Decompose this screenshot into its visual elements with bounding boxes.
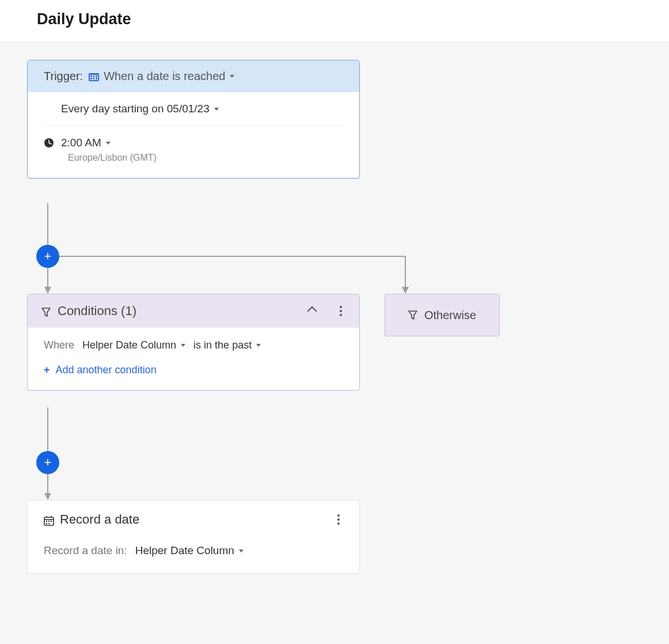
trigger-event-dropdown[interactable]: When a date is reached bbox=[89, 70, 234, 83]
svg-rect-24 bbox=[48, 523, 50, 524]
record-column-dropdown[interactable]: Helper Date Column bbox=[135, 544, 244, 557]
funnel-icon bbox=[408, 310, 417, 320]
trigger-schedule-dropdown[interactable]: Every day starting on 05/01/23 bbox=[61, 103, 219, 115]
chevron-down-icon bbox=[214, 108, 219, 111]
calendar-icon bbox=[44, 514, 54, 525]
chevron-down-icon bbox=[181, 344, 185, 347]
page-title: Daily Update bbox=[37, 10, 632, 28]
record-column-text: Helper Date Column bbox=[135, 544, 234, 557]
trigger-card: Trigger: When a date is reached Every da… bbox=[27, 60, 360, 179]
add-node-button[interactable]: + bbox=[36, 245, 59, 268]
trigger-body: Every day starting on 05/01/23 2:00 AM E… bbox=[28, 92, 359, 178]
conditions-header: Conditions (1) bbox=[28, 294, 359, 328]
add-condition-button[interactable]: + Add another condition bbox=[44, 364, 157, 376]
trigger-header: Trigger: When a date is reached bbox=[28, 60, 359, 92]
add-node-button[interactable]: + bbox=[36, 451, 59, 474]
record-date-header: Record a date bbox=[28, 501, 359, 533]
trigger-time-row: 2:00 AM bbox=[44, 126, 343, 151]
svg-rect-22 bbox=[51, 521, 52, 522]
conditions-title: Conditions (1) bbox=[58, 304, 136, 319]
collapse-toggle[interactable] bbox=[307, 306, 317, 316]
trigger-time-dropdown[interactable]: 2:00 AM bbox=[61, 137, 111, 149]
svg-rect-13 bbox=[93, 78, 95, 79]
svg-rect-20 bbox=[46, 521, 47, 522]
chevron-down-icon bbox=[239, 550, 244, 552]
otherwise-label: Otherwise bbox=[424, 309, 476, 322]
trigger-event-label: When a date is reached bbox=[104, 70, 225, 83]
trigger-timezone: Europe/Lisbon (GMT) bbox=[44, 151, 343, 178]
record-date-label: Record a date in: bbox=[44, 544, 127, 557]
svg-rect-21 bbox=[48, 521, 50, 522]
condition-column-dropdown[interactable]: Helper Date Column bbox=[82, 339, 185, 351]
svg-rect-11 bbox=[96, 75, 97, 77]
svg-marker-1 bbox=[44, 287, 51, 294]
conditions-card: Conditions (1) Where Helper Date Column … bbox=[27, 294, 360, 391]
conditions-menu-button[interactable] bbox=[336, 304, 345, 319]
svg-rect-23 bbox=[46, 523, 47, 524]
plus-icon: + bbox=[44, 364, 50, 376]
workflow-canvas: Trigger: When a date is reached Every da… bbox=[0, 43, 669, 644]
chevron-down-icon bbox=[256, 344, 261, 347]
svg-rect-10 bbox=[93, 75, 95, 77]
trigger-schedule-row: Every day starting on 05/01/23 bbox=[44, 92, 343, 126]
svg-rect-9 bbox=[90, 75, 92, 77]
chevron-down-icon bbox=[106, 142, 111, 145]
condition-operator-text: is in the past bbox=[193, 339, 252, 351]
record-date-card: Record a date Record a date in: Helper D… bbox=[27, 500, 360, 574]
condition-operator-dropdown[interactable]: is in the past bbox=[193, 339, 261, 351]
record-menu-button[interactable] bbox=[334, 512, 343, 527]
record-date-title: Record a date bbox=[60, 512, 139, 527]
conditions-body: Where Helper Date Column is in the past … bbox=[28, 328, 359, 390]
condition-row: Where Helper Date Column is in the past bbox=[44, 339, 343, 351]
condition-column-text: Helper Date Column bbox=[82, 339, 176, 351]
funnel-icon bbox=[41, 306, 51, 316]
where-label: Where bbox=[44, 339, 74, 351]
svg-rect-12 bbox=[90, 78, 92, 79]
svg-marker-4 bbox=[402, 287, 409, 294]
trigger-schedule-text: Every day starting on 05/01/23 bbox=[61, 103, 210, 115]
trigger-time-text: 2:00 AM bbox=[61, 137, 101, 149]
record-date-body: Record a date in: Helper Date Column bbox=[28, 533, 359, 573]
svg-marker-6 bbox=[44, 493, 51, 500]
svg-rect-14 bbox=[96, 78, 97, 79]
clock-icon bbox=[44, 138, 54, 148]
add-condition-label: Add another condition bbox=[56, 364, 157, 376]
trigger-label: Trigger: bbox=[44, 70, 83, 83]
date-icon bbox=[89, 72, 99, 81]
page-header: Daily Update bbox=[0, 0, 669, 43]
chevron-down-icon bbox=[230, 75, 234, 78]
otherwise-branch[interactable]: Otherwise bbox=[385, 294, 500, 336]
